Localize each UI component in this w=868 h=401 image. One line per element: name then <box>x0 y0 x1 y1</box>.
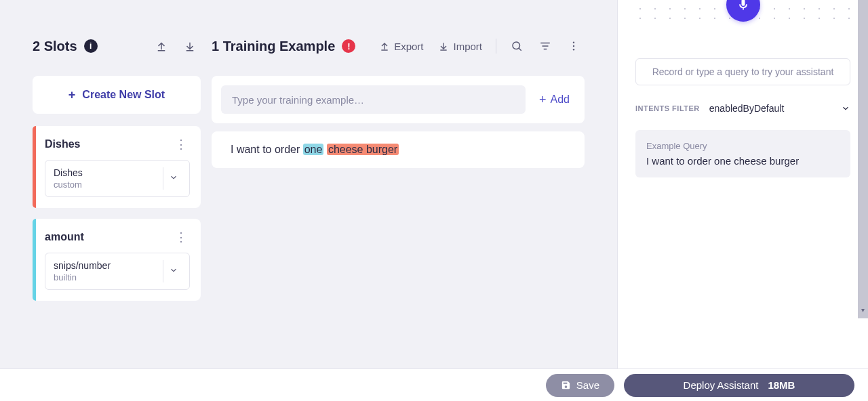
import-label: Import <box>453 41 482 52</box>
info-icon[interactable]: i <box>84 39 98 53</box>
slot-color-bar <box>33 219 36 301</box>
example-highlight-amount[interactable]: one <box>303 144 324 155</box>
slot-type-kind: builtin <box>54 272 156 282</box>
chevron-down-icon[interactable] <box>163 266 184 278</box>
example-query-label: Example Query <box>646 141 840 151</box>
example-query-card[interactable]: Example Query I want to order one cheese… <box>635 130 850 177</box>
slots-header: 2 Slots i <box>33 35 201 57</box>
slot-name: amount <box>45 231 84 243</box>
scrollbar[interactable] <box>858 0 868 318</box>
training-title: 1 Training Example <box>212 39 335 54</box>
svg-point-0 <box>513 42 520 49</box>
export-label: Export <box>394 41 423 52</box>
plus-icon: + <box>539 93 547 107</box>
footer-bar: Save Deploy Assistant 18MB <box>0 368 868 401</box>
svg-point-1 <box>573 42 574 43</box>
scrollbar-down-icon[interactable]: ▾ <box>858 305 868 314</box>
training-header: 1 Training Example ! Export Import <box>212 35 585 57</box>
search-icon[interactable] <box>506 35 528 57</box>
slot-type-selector[interactable]: snips/number builtin <box>45 253 190 290</box>
export-button[interactable]: Export <box>375 38 427 55</box>
more-icon[interactable]: ⋮ <box>172 137 190 152</box>
more-icon[interactable] <box>563 35 585 57</box>
training-input-card: + Add <box>212 76 585 123</box>
svg-point-3 <box>573 49 574 50</box>
chevron-down-icon[interactable] <box>163 173 184 185</box>
more-icon[interactable]: ⋮ <box>172 230 190 245</box>
save-button[interactable]: Save <box>546 374 614 397</box>
deploy-size: 18MB <box>768 379 795 391</box>
intents-filter-select[interactable]: enabledByDefault <box>709 103 850 114</box>
slot-type-name: snips/number <box>54 260 156 271</box>
slot-color-bar <box>33 126 36 208</box>
add-example-button[interactable]: + Add <box>534 93 575 107</box>
example-text-prefix: I want to order <box>231 144 303 155</box>
example-highlight-dish[interactable]: cheese burger <box>327 144 399 155</box>
deploy-label: Deploy Assistant <box>684 379 759 391</box>
alert-icon[interactable]: ! <box>342 39 355 53</box>
sort-icon[interactable] <box>534 35 556 57</box>
assistant-query-input[interactable] <box>635 58 850 85</box>
import-button[interactable]: Import <box>434 38 486 55</box>
chevron-down-icon <box>841 104 850 113</box>
divider <box>496 39 496 54</box>
slot-name: Dishes <box>45 138 80 150</box>
slot-card-dishes: Dishes ⋮ Dishes custom <box>33 126 201 208</box>
intents-filter-label: INTENTS FILTER <box>635 104 700 112</box>
slot-type-selector[interactable]: Dishes custom <box>45 160 190 197</box>
download-icon[interactable] <box>179 35 201 57</box>
slot-type-kind: custom <box>54 180 156 190</box>
slots-title: 2 Slots <box>33 39 77 54</box>
plus-icon: + <box>68 88 76 102</box>
training-example-input[interactable] <box>221 85 526 114</box>
svg-point-2 <box>573 45 574 47</box>
intents-filter-value: enabledByDefault <box>709 103 785 114</box>
slot-card-amount: amount ⋮ snips/number builtin <box>33 219 201 301</box>
training-example-row[interactable]: I want to order one cheese burger <box>212 131 585 168</box>
slot-type-name: Dishes <box>54 167 156 178</box>
deploy-assistant-button[interactable]: Deploy Assistant 18MB <box>624 374 854 397</box>
save-label: Save <box>576 379 599 391</box>
create-slot-label: Create New Slot <box>82 89 165 101</box>
intents-filter-row: INTENTS FILTER enabledByDefault <box>635 103 850 114</box>
create-slot-button[interactable]: + Create New Slot <box>33 76 201 114</box>
add-label: Add <box>551 93 570 106</box>
example-query-text: I want to order one cheese burger <box>646 155 840 167</box>
upload-icon[interactable] <box>151 35 172 57</box>
